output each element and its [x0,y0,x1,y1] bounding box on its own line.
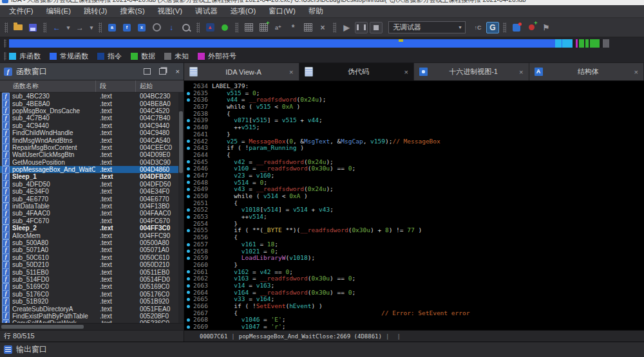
code-line[interactable]: 2647 v23 = v160; [184,172,644,179]
pseudocode-view[interactable]: 2634LABEL_379:2635 v515 = 0;2636 v44 = _… [184,81,644,330]
tab-pseudocode[interactable]: 伪代码× [299,63,415,80]
code-line[interactable]: 2638 { [184,111,644,118]
attach-process-icon[interactable]: ↑C [471,21,484,34]
function-row[interactable]: fsub_4C7B40.text004C7B40 [0,114,184,122]
jump-xref-icon[interactable]: x [135,21,148,34]
delete-function-icon[interactable]: × [316,21,329,34]
function-row[interactable]: fsub_50C610.text0050C610 [0,254,184,261]
breakpoint-dot[interactable] [184,303,192,310]
breakpoint-dot[interactable] [184,193,192,200]
navigate-back-icon[interactable]: ← [50,21,63,34]
code-line[interactable]: 2655 if ( **(_BYTE **)(__readfsdword(0x3… [184,227,644,234]
function-row[interactable]: fsub_4E34F0.text004E34F0 [0,188,184,195]
column-name[interactable]: 函数名称 [0,80,96,92]
breakpoint-dot[interactable] [184,145,192,152]
function-row[interactable]: fsub_4BE8A0.text004BE8A0 [0,100,184,107]
toolbar-drag-handle[interactable] [235,23,238,33]
code-line[interactable]: 2640 ++v515; [184,124,644,131]
function-row[interactable]: fpopMsgBox_DnsCache.text004C4520 [0,107,184,114]
edit-function-icon[interactable] [301,21,314,34]
breakpoint-gutter[interactable] [184,221,192,228]
breakpoint-dot[interactable] [184,214,192,221]
function-row[interactable]: fFindChildWndHandle.text004C9480 [0,129,184,136]
breakpoint-dot[interactable] [184,275,192,282]
vscrollbar-thumb[interactable] [179,111,183,173]
code-line[interactable]: 2651 { [184,200,644,207]
code-line[interactable]: 2653 ++v514; [184,214,644,221]
breakpoint-dot[interactable] [184,316,192,324]
breakpoint-dot[interactable] [184,241,192,248]
breakpoint-dot[interactable] [184,248,192,255]
function-row[interactable]: fWaitUserClickMsgBtn.text004D09E0 [0,151,184,158]
function-row[interactable]: fsub_4DFD50.text004DFD50 [0,181,184,188]
breakpoint-dot[interactable] [184,117,192,124]
toolbar-drag-handle[interactable] [5,23,8,33]
step-into-icon[interactable]: ↓ [165,21,178,34]
code-line[interactable]: 2646 v160 = __readfsdword(0x30u) == 0; [184,165,644,172]
code-line[interactable]: 2649 v43 = __readfsdword(0x24u); [184,186,644,193]
function-row[interactable]: fsub_4C9440.text004C9440 [0,122,184,129]
navigation-band[interactable] [9,39,617,48]
function-row[interactable]: fsub_514FD0.text00514FD0 [0,276,184,283]
code-line[interactable]: 2652 v1018[v514] = v514 + v43; [184,206,644,214]
function-row[interactable]: fAllocMem.text004FFC90 [0,232,184,239]
code-line[interactable]: 2639 v871[v515] = v515 + v44; [184,117,644,124]
breakpoint-dot[interactable] [184,296,192,303]
function-row[interactable]: fsub_500A80.text00500A80 [0,239,184,246]
code-line[interactable]: 2654 } [184,221,644,228]
function-row[interactable]: fRepairMsgBoxContent.text004CEEC0 [0,144,184,151]
breakpoint-dot[interactable] [184,324,192,330]
menu-item[interactable]: 视图(V) [154,6,191,16]
breakpoint-dot[interactable] [184,227,192,234]
run-trace-icon[interactable] [150,21,163,34]
breakpoint-dot[interactable] [184,96,192,104]
rename-icon[interactable]: a⁺ [272,21,285,34]
debug-pause-icon[interactable] [355,22,368,33]
function-row[interactable]: fGetMousePosition.text004D3C90 [0,159,184,166]
breakpoint-dot[interactable] [184,179,192,187]
code-line[interactable]: 2664 v164 = __readfsdword(0x30u) == 0; [184,289,644,297]
breakpoint-gutter[interactable] [184,111,192,118]
code-line[interactable]: 2650 while ( v514 < 0xA ) [184,193,644,200]
code-line[interactable]: 2643 if ( !param_Running ) [184,145,644,152]
debug-stop-icon[interactable] [370,22,383,33]
menu-item[interactable]: 编辑(E) [43,6,80,16]
menu-item[interactable]: 窗口(W) [265,6,305,16]
breakpoint-dot[interactable] [184,269,192,276]
code-line[interactable]: 2648 v514 = 0; [184,179,644,187]
resume-analysis-icon[interactable] [218,21,231,34]
add-breakpoint-icon[interactable] [525,21,538,34]
code-line[interactable]: 2659 LoadLibraryW(v1018); [184,255,644,262]
breakpoint-dot[interactable] [184,138,192,145]
function-row[interactable]: fpopMessageBox_And_WaitClose.text004D486… [0,166,184,173]
maximize-icon[interactable] [144,68,151,75]
code-line[interactable]: 2669 v1047 = 'r'; [184,324,644,330]
function-row[interactable]: fsub_4FAAC0.text004FAAC0 [0,210,184,217]
function-row[interactable]: fFindExistPathByPathTable.text005208F0 [0,313,184,320]
debugger-select[interactable]: 无调试器 ▼ [388,21,466,33]
functions-vscrollbar[interactable] [178,93,184,323]
breakpoint-dot[interactable] [184,159,192,166]
tab-close-icon[interactable]: × [404,68,408,76]
create-struct-icon[interactable] [242,21,255,34]
breakpoint-gutter[interactable] [184,104,192,111]
code-line[interactable]: 2662 v163 = __readfsdword(0x30u) == 0; [184,275,644,282]
toolbar-drag-handle[interactable] [196,23,200,33]
add-struct-icon[interactable] [257,21,270,34]
menu-item[interactable]: 调试器 [191,6,227,16]
float-icon[interactable] [159,68,166,75]
hscrollbar-thumb[interactable] [1,325,84,329]
breakpoint-gutter[interactable] [184,200,192,207]
breakpoint-gutter[interactable] [184,310,192,317]
toolbar-drag-handle[interactable] [333,23,336,33]
output-panel-titlebar[interactable]: 输出窗口 [0,342,644,357]
function-row[interactable]: fsub_4BC230.text004BC230 [0,93,184,100]
breakpoint-list-icon[interactable] [510,21,523,34]
code-line[interactable]: 2658 v1021 = 0; [184,248,644,255]
tab-close-icon[interactable]: × [634,68,638,76]
function-row[interactable]: finitDataTable.text004F13B0 [0,203,184,210]
function-row[interactable]: fsub_50D210.text0050D210 [0,261,184,268]
tab-close-icon[interactable]: × [519,68,523,76]
code-line[interactable]: 2636 v44 = __readfsdword(0x24u); [184,96,644,104]
function-row[interactable]: fCreateSubDirectoryA.text0051FEA0 [0,305,184,312]
